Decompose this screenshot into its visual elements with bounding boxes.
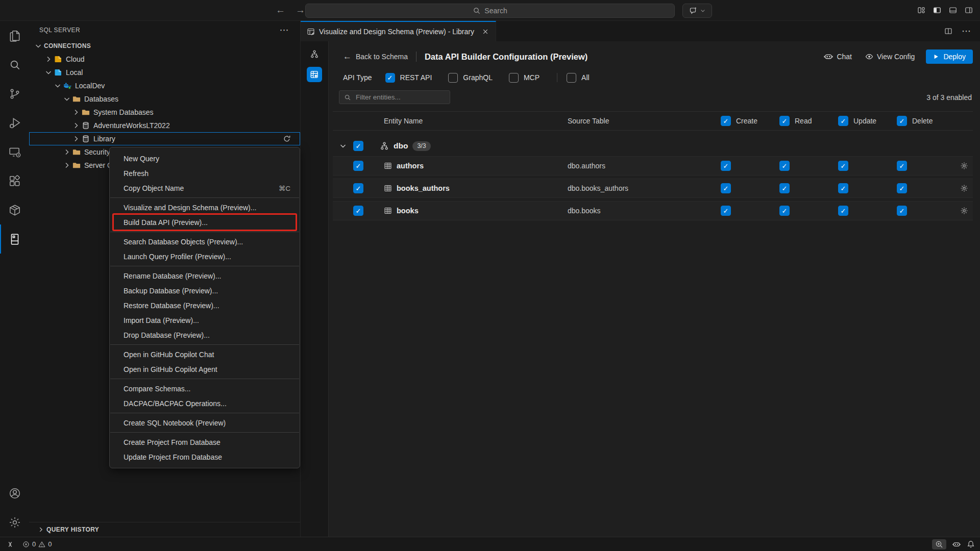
menu-item-copy-object-name[interactable]: Copy Object Name ⌘C <box>110 181 300 195</box>
menu-item-open-copilot-agent[interactable]: Open in GitHub Copilot Agent <box>110 362 300 377</box>
tree-item-local[interactable]: Local <box>29 66 300 79</box>
deploy-button[interactable]: Deploy <box>926 49 973 64</box>
api-type-graphql[interactable]: GraphQL <box>448 73 493 83</box>
tree-item-cloud[interactable]: Cloud <box>29 53 300 66</box>
nav-forward-icon[interactable]: → <box>296 5 305 16</box>
sidebar-more-actions-icon[interactable]: ⋯ <box>280 28 289 33</box>
update-checkbox[interactable] <box>838 161 848 171</box>
tree-item-adventureworkslt2022[interactable]: AdventureWorksLT2022 <box>29 119 300 132</box>
update-column-checkbox[interactable] <box>838 116 848 126</box>
api-type-rest[interactable]: REST API <box>385 73 432 83</box>
tree-item-library[interactable]: Library <box>29 132 300 145</box>
delete-checkbox[interactable] <box>897 206 907 216</box>
filter-entities-input[interactable] <box>355 93 444 102</box>
account-icon[interactable] <box>0 479 29 508</box>
entity-row-books[interactable]: books dbo.books <box>333 201 973 220</box>
menu-item-new-query[interactable]: New Query <box>110 151 300 166</box>
create-column-checkbox[interactable] <box>721 116 731 126</box>
copilot-menu-button[interactable] <box>682 4 712 18</box>
tab-visualize-design-schema[interactable]: Visualize and Design Schema (Preview) - … <box>301 21 496 41</box>
read-column-checkbox[interactable] <box>779 116 790 126</box>
extensions-icon[interactable] <box>0 166 29 195</box>
split-editor-icon[interactable] <box>944 27 952 35</box>
toggle-secondary-sidebar-icon[interactable] <box>965 6 973 14</box>
explorer-icon[interactable] <box>0 21 29 50</box>
command-center-search[interactable]: Search <box>305 4 675 18</box>
chevron-down-icon[interactable] <box>339 142 347 150</box>
entity-settings-gear-icon[interactable] <box>960 207 968 215</box>
menu-item-create-sql-notebook[interactable]: Create SQL Notebook (Preview) <box>110 415 300 430</box>
menu-item-visualize-design-schema[interactable]: Visualize and Design Schema (Preview)... <box>110 200 300 215</box>
api-type-all[interactable]: All <box>567 73 590 83</box>
query-history-section[interactable]: QUERY HISTORY <box>29 522 300 537</box>
sql-server-icon[interactable] <box>0 224 29 254</box>
menu-item-search-database-objects[interactable]: Search Database Objects (Preview)... <box>110 234 300 249</box>
create-checkbox[interactable] <box>721 161 731 171</box>
chat-button[interactable]: Chat <box>824 52 852 61</box>
tree-item-system-databases[interactable]: System Databases <box>29 106 300 119</box>
customize-layout-icon[interactable] <box>917 6 925 14</box>
toggle-panel-icon[interactable] <box>949 6 957 14</box>
menu-item-rename-database[interactable]: Rename Database (Preview)... <box>110 268 300 283</box>
rest-api-checkbox[interactable] <box>385 73 395 83</box>
group-checkbox[interactable] <box>353 141 363 151</box>
menu-item-import-data[interactable]: Import Data (Preview)... <box>110 313 300 328</box>
schema-diagram-view-icon[interactable] <box>310 49 319 59</box>
data-api-config-view-button[interactable] <box>307 67 322 82</box>
entity-settings-gear-icon[interactable] <box>960 184 968 192</box>
schema-group-row-dbo[interactable]: dbo 3/3 <box>333 136 973 156</box>
menu-item-update-project-from-database[interactable]: Update Project From Database <box>110 449 300 464</box>
entity-checkbox[interactable] <box>353 206 363 216</box>
read-checkbox[interactable] <box>779 183 790 193</box>
entity-checkbox[interactable] <box>353 183 363 193</box>
settings-gear-icon[interactable] <box>0 508 29 537</box>
remote-explorer-icon[interactable] <box>0 137 29 166</box>
read-checkbox[interactable] <box>779 161 790 171</box>
close-tab-icon[interactable] <box>481 28 489 36</box>
create-checkbox[interactable] <box>721 206 731 216</box>
back-to-schema-link[interactable]: ← Back to Schema <box>343 52 408 62</box>
mcp-checkbox[interactable] <box>509 73 519 83</box>
tree-item-connections[interactable]: CONNECTIONS <box>29 39 300 53</box>
read-checkbox[interactable] <box>779 206 790 216</box>
update-checkbox[interactable] <box>838 183 848 193</box>
all-checkbox[interactable] <box>567 73 576 83</box>
menu-item-open-copilot-chat[interactable]: Open in GitHub Copilot Chat <box>110 347 300 362</box>
menu-item-dacpac-bacpac[interactable]: DACPAC/BACPAC Operations... <box>110 396 300 411</box>
menu-item-refresh[interactable]: Refresh <box>110 166 300 181</box>
menu-item-launch-query-profiler[interactable]: Launch Query Profiler (Preview)... <box>110 249 300 264</box>
entity-row-authors[interactable]: authors dbo.authors <box>333 156 973 176</box>
problems-indicator[interactable]: 0 0 <box>22 540 52 548</box>
menu-item-build-data-api[interactable]: Build Data API (Preview)... <box>110 215 300 230</box>
editor-more-actions-icon[interactable]: ⋯ <box>962 26 971 37</box>
toggle-primary-sidebar-icon[interactable] <box>933 6 941 14</box>
search-sidebar-icon[interactable] <box>0 50 29 79</box>
delete-column-checkbox[interactable] <box>897 116 907 126</box>
menu-item-drop-database[interactable]: Drop Database (Preview)... <box>110 328 300 342</box>
filter-entities-input-wrap[interactable] <box>339 90 450 104</box>
tree-item-databases[interactable]: Databases <box>29 92 300 106</box>
source-control-icon[interactable] <box>0 79 29 108</box>
api-type-mcp[interactable]: MCP <box>509 73 540 83</box>
nav-back-icon[interactable]: ← <box>276 5 285 16</box>
create-checkbox[interactable] <box>721 183 731 193</box>
entity-checkbox[interactable] <box>353 161 363 171</box>
delete-checkbox[interactable] <box>897 183 907 193</box>
entity-settings-gear-icon[interactable] <box>960 162 968 170</box>
remote-indicator-icon[interactable] <box>6 540 14 548</box>
entity-row-books-authors[interactable]: books_authors dbo.books_authors <box>333 179 973 198</box>
menu-item-backup-database[interactable]: Backup Database (Preview)... <box>110 283 300 298</box>
tree-item-localdev[interactable]: LocalDev <box>29 79 300 92</box>
copilot-status-icon[interactable] <box>952 540 961 548</box>
delete-checkbox[interactable] <box>897 161 907 171</box>
graphql-checkbox[interactable] <box>448 73 458 83</box>
update-checkbox[interactable] <box>838 206 848 216</box>
refresh-icon[interactable] <box>283 135 291 143</box>
menu-item-create-project-from-database[interactable]: Create Project From Database <box>110 435 300 449</box>
notifications-bell-icon[interactable] <box>967 540 975 548</box>
menu-item-restore-database[interactable]: Restore Database (Preview)... <box>110 298 300 313</box>
run-debug-icon[interactable] <box>0 108 29 137</box>
view-config-button[interactable]: View Config <box>865 53 915 61</box>
menu-item-compare-schemas[interactable]: Compare Schemas... <box>110 381 300 396</box>
zoom-status-button[interactable] <box>932 539 946 549</box>
